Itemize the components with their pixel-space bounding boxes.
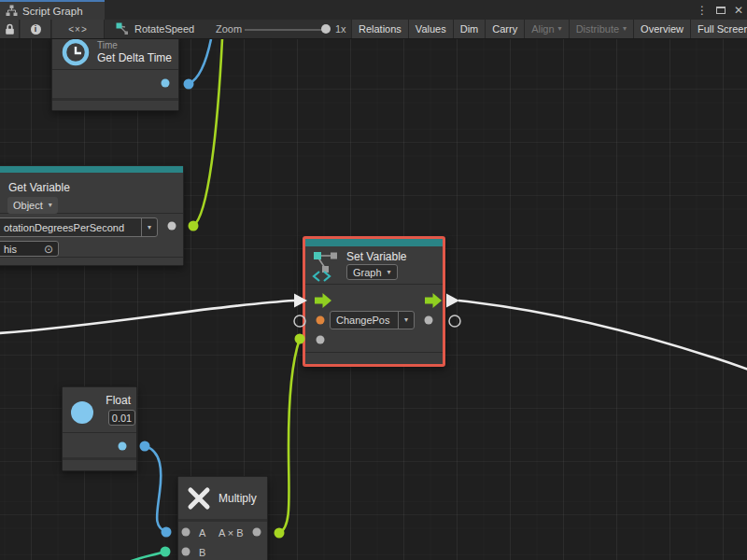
info-button[interactable]: i <box>21 20 51 38</box>
zoom-slider-thumb[interactable] <box>321 24 331 34</box>
wire-delta-time[interactable] <box>189 39 211 84</box>
node-title: Multiply <box>218 492 257 505</box>
wire-endpoint[interactable] <box>140 441 150 452</box>
port-label-result: A × B <box>218 527 244 539</box>
node-set-variable[interactable]: Set Variable Graph ▾ ChangePos ▾ <box>303 236 445 367</box>
flow-arrow-out <box>446 294 459 308</box>
chevron-down-icon: ▾ <box>388 269 391 276</box>
code-icon: <×> <box>68 24 88 35</box>
chevron-down-icon: ▾ <box>49 202 52 209</box>
align-button: Align▾ <box>524 20 568 38</box>
script-graph-icon <box>6 5 18 17</box>
float-value-field[interactable]: 0.01 <box>108 410 135 426</box>
full-screen-button[interactable]: Full Screen <box>690 20 747 38</box>
wire-into-multiply-b[interactable] <box>120 552 165 560</box>
breadcrumb-label: RotateSpeed <box>134 23 194 35</box>
node-accent-bar <box>305 239 443 246</box>
tab-title: Script Graph <box>22 6 83 17</box>
port-label-b: B <box>199 547 205 558</box>
breadcrumb[interactable]: RotateSpeed <box>116 20 194 38</box>
wire-float-to-multiply[interactable] <box>145 446 166 532</box>
close-icon[interactable]: ✕ <box>734 5 743 16</box>
values-button[interactable]: Values <box>408 20 453 38</box>
chevron-down-icon: ▾ <box>148 224 151 231</box>
node-float[interactable]: Float 0.01 <box>62 386 137 471</box>
variable-name-dropdown[interactable]: otationDegreesPerSecond ▾ <box>0 217 158 237</box>
node-multiply[interactable]: Multiply A A × B B <box>177 476 268 560</box>
tab-script-graph[interactable]: Script Graph <box>0 0 105 20</box>
zoom-label: Zoom <box>216 23 242 35</box>
variable-scope-dropdown[interactable]: Graph ▾ <box>346 264 398 280</box>
node-title: Float <box>106 394 131 407</box>
flow-wire-out[interactable] <box>458 301 747 370</box>
chevron-down-icon: ▾ <box>404 316 408 324</box>
wire-endpoint[interactable] <box>184 79 194 90</box>
flow-wire-in[interactable] <box>0 301 294 333</box>
node-get-variable[interactable]: Get Variable Object ▾ otationDegreesPerS… <box>0 165 184 266</box>
dim-button[interactable]: Dim <box>453 20 486 38</box>
node-category: Time <box>97 40 118 50</box>
node-accent-bar <box>0 166 183 173</box>
zoom-value: 1x <box>335 23 346 35</box>
wire-endpoint[interactable] <box>189 221 199 231</box>
zoom-slider-track[interactable] <box>245 29 329 31</box>
info-icon: i <box>31 24 41 35</box>
target-object-field[interactable]: his ⊙ <box>0 241 59 257</box>
timer-icon <box>61 39 91 67</box>
window-controls: ⋮ ✕ <box>697 0 743 20</box>
toolbar-buttons: Relations Values Dim Carry Align▾ Distri… <box>351 20 747 38</box>
unity-visual-scripting-window: Script Graph ⋮ ✕ i <×> Rotate <box>0 0 747 560</box>
node-get-delta-time[interactable]: Time Get Delta Time <box>51 39 179 111</box>
wire-endpoint[interactable] <box>161 547 171 557</box>
node-title: Get Variable <box>8 181 70 194</box>
wire-endpoint[interactable] <box>275 528 285 539</box>
wire-get-variable[interactable] <box>193 39 222 226</box>
code-preview-button[interactable]: <×> <box>52 20 105 38</box>
distribute-button: Distribute▾ <box>569 20 633 38</box>
wire-multiply-to-setvariable[interactable] <box>279 339 300 533</box>
multiply-icon <box>186 485 212 511</box>
menu-dots-icon[interactable]: ⋮ <box>697 5 708 16</box>
overview-button[interactable]: Overview <box>633 20 690 38</box>
object-picker-icon[interactable]: ⊙ <box>44 243 53 256</box>
graph-toolbar: i <×> RotateSpeed Zoom 1x Relations Valu… <box>0 20 747 39</box>
relations-button[interactable]: Relations <box>351 20 408 38</box>
wire-endpoint[interactable] <box>162 527 172 538</box>
float-icon <box>69 399 95 426</box>
node-title: Set Variable <box>346 250 406 263</box>
carry-button[interactable]: Carry <box>485 20 524 38</box>
graph-node-icon <box>116 22 129 35</box>
tab-bar: Script Graph ⋮ ✕ <box>0 0 747 20</box>
node-title: Get Delta Time <box>97 51 172 64</box>
lock-icon <box>5 23 15 35</box>
variable-kind-dropdown[interactable]: Object ▾ <box>7 197 58 214</box>
lock-button[interactable] <box>0 20 20 38</box>
chevron-down-icon: ▾ <box>558 25 562 33</box>
chevron-down-icon: ▾ <box>623 25 627 33</box>
graph-canvas[interactable]: Time Get Delta Time Get Variable Object … <box>0 39 747 560</box>
port-label-a: A <box>199 527 205 539</box>
maximize-icon[interactable] <box>716 7 726 14</box>
graph-variable-icon <box>312 248 344 282</box>
variable-name-dropdown[interactable]: ChangePos ▾ <box>330 311 415 329</box>
unconnected-port-indicator <box>449 315 460 327</box>
